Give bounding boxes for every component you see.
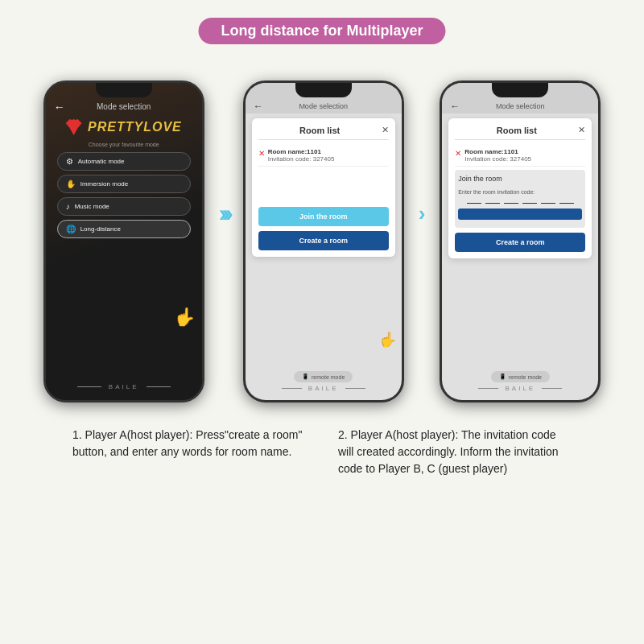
logo-heart-icon (66, 119, 82, 135)
remote-mode-btn-2[interactable]: 📱 remote mode (294, 371, 353, 382)
phone2-notch (295, 83, 352, 97)
phone-3: ← Mode selection Room list ✕ ✕ Room name… (440, 80, 601, 402)
mode-btn-automatic[interactable]: ⚙ Automatic mode (57, 152, 191, 171)
automatic-icon: ⚙ (66, 157, 73, 166)
create-room-button[interactable]: Create a room (258, 231, 389, 250)
room-code-2: Invitation code: 327405 (268, 155, 335, 163)
phone3-back-arrow[interactable]: ← (450, 101, 460, 112)
header-title: Long distance for Multiplayer (221, 23, 423, 39)
phone2-dialog: Room list ✕ ✕ Room name:1101 Invitation … (252, 118, 395, 257)
phone3-notch (492, 83, 548, 97)
join-room-button[interactable]: Join the room (258, 207, 389, 226)
immersion-icon: ✋ (66, 180, 76, 188)
phone3-footer: BAILE (442, 385, 598, 392)
descriptions-row: 1. Player A(host player): Press"create a… (0, 427, 644, 477)
dash-4 (522, 203, 537, 204)
room-info-3: Room name:1101 Invitation code: 327405 (464, 148, 531, 163)
phone2-title: Mode selection (299, 102, 348, 110)
remote-mode-bar-2: 📱 remote mode (246, 367, 402, 382)
dialog3-close-icon[interactable]: ✕ (578, 125, 585, 135)
dialog3-title-row: Room list ✕ (455, 125, 585, 140)
create-room-button-3[interactable]: Create a room (455, 233, 585, 252)
choose-text: Choose your favourite mode (46, 142, 202, 147)
phone3-title: Mode selection (496, 102, 545, 110)
arrow-2-3: › (419, 201, 426, 226)
mode-label-longdistance: Long-distance (80, 225, 121, 233)
desc-text-1: 1. Player A(host player): Press"create a… (72, 427, 306, 460)
remote-mode-btn-3[interactable]: 📱 remote mode (491, 371, 550, 382)
phone1-notch (96, 83, 152, 97)
footer-line3-right (542, 388, 562, 389)
desc-text-2: 2. Player A(host player): The invitation… (338, 427, 572, 477)
mode-btn-music[interactable]: ♪ Music mode (57, 197, 191, 216)
join-dashes (458, 198, 582, 204)
desc-block-2: 2. Player A(host player): The invitation… (330, 427, 580, 477)
dialog2-title: Room list (258, 126, 382, 135)
mode-label-immersion: Immersion mode (80, 180, 129, 188)
join-room-section: Join the room Enter the room invitation … (455, 170, 585, 228)
dash-3 (504, 203, 518, 204)
arrows-1-2: ››› (219, 201, 229, 225)
room-name-2: Room name:1101 (268, 148, 335, 155)
phones-row: ← Mode selection PRETTYLOVE Choose your … (0, 80, 644, 402)
phone1-footer: BAILE (46, 383, 202, 390)
dash-2 (485, 203, 500, 204)
room-item-3: ✕ Room name:1101 Invitation code: 327405 (455, 145, 585, 167)
mode-btn-immersion[interactable]: ✋ Immersion mode (57, 175, 191, 193)
dialog2-spacer (258, 170, 389, 202)
mode-label-music: Music mode (75, 203, 109, 210)
phone-2: ← Mode selection Room list ✕ ✕ Room name… (243, 80, 404, 402)
dash-1 (467, 203, 481, 204)
remote-icon-3: 📱 (499, 374, 506, 380)
room-x-icon: ✕ (258, 149, 265, 158)
dash-6 (559, 203, 574, 204)
mode-btn-longdistance[interactable]: 🌐 Long-distance (57, 220, 191, 238)
footer-line-right (147, 386, 171, 387)
phone3-dialog: Room list ✕ ✕ Room name:1101 Invitation … (448, 118, 592, 258)
remote-icon-2: 📱 (302, 374, 309, 380)
room-code-3: Invitation code: 327405 (464, 155, 531, 163)
join-bar (458, 208, 582, 220)
remote-mode-bar-3: 📱 remote mode (442, 367, 598, 382)
mode-label-automatic: Automatic mode (78, 158, 125, 165)
phone1-title: Mode selection (97, 102, 151, 111)
header-badge: Long distance for Multiplayer (198, 18, 445, 44)
dialog2-title-row: Room list ✕ (258, 125, 389, 140)
footer-line3-left (478, 388, 498, 389)
phone2-back-arrow[interactable]: ← (254, 101, 263, 112)
room-name-3: Room name:1101 (464, 148, 531, 155)
dialog3-title: Room list (455, 126, 578, 135)
finger-pointer2-icon: 👆 (379, 331, 397, 349)
logo-area: PRETTYLOVE (46, 114, 202, 138)
phone2-footer: BAILE (246, 385, 402, 392)
footer-line-left (77, 386, 101, 387)
dash-5 (541, 203, 555, 204)
room-item-2: ✕ Room name:1101 Invitation code: 327405 (258, 145, 389, 167)
phone-1: ← Mode selection PRETTYLOVE Choose your … (43, 80, 204, 402)
phone3-screen: ← Mode selection Room list ✕ ✕ Room name… (442, 83, 598, 400)
join-title: Join the room (458, 175, 582, 183)
footer-line2-left (282, 388, 302, 389)
phone1-screen: ← Mode selection PRETTYLOVE Choose your … (46, 83, 202, 400)
globe-icon: 🌐 (66, 225, 76, 233)
phone1-back-arrow[interactable]: ← (54, 101, 65, 114)
music-icon: ♪ (66, 202, 70, 211)
desc-block-1: 1. Player A(host player): Press"create a… (64, 427, 314, 477)
finger-pointer-icon: 👆 (174, 307, 196, 328)
room-x3-icon: ✕ (455, 149, 461, 158)
footer-line2-right (345, 388, 365, 389)
phone2-screen: ← Mode selection Room list ✕ ✕ Room name… (246, 83, 402, 400)
dialog2-close-icon[interactable]: ✕ (382, 125, 389, 135)
room-info-2: Room name:1101 Invitation code: 327405 (268, 148, 335, 163)
join-label: Enter the room invitation code: (458, 189, 582, 195)
logo-text: PRETTYLOVE (88, 120, 182, 134)
